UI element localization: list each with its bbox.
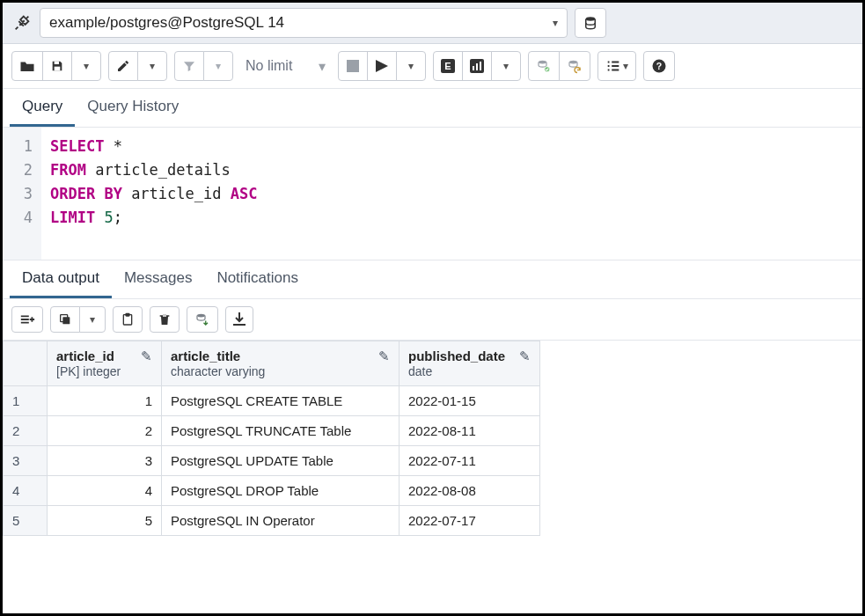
svg-point-12 bbox=[569, 61, 577, 64]
svg-rect-3 bbox=[347, 60, 359, 72]
table-row[interactable]: 44PostgreSQL DROP Table2022-08-08 bbox=[4, 476, 540, 506]
cell-article-title[interactable]: PostgreSQL DROP Table bbox=[162, 476, 400, 506]
download-button[interactable] bbox=[225, 306, 253, 333]
paste-button[interactable] bbox=[113, 306, 143, 333]
svg-point-19 bbox=[197, 314, 205, 318]
cell-published-date[interactable]: 2022-08-08 bbox=[400, 476, 540, 506]
save-button[interactable] bbox=[42, 51, 72, 81]
limit-select[interactable]: No limit ▾ bbox=[240, 58, 331, 75]
svg-rect-1 bbox=[55, 62, 59, 64]
cell-article-title[interactable]: PostgreSQL TRUNCATE Table bbox=[162, 416, 400, 446]
col-header-article-id[interactable]: article_id ✎ [PK] integer bbox=[48, 341, 162, 386]
result-table: article_id ✎ [PK] integer article_title … bbox=[3, 341, 540, 536]
pencil-icon[interactable]: ✎ bbox=[519, 348, 531, 364]
tab-messages[interactable]: Messages bbox=[112, 260, 204, 298]
edit-dropdown-button[interactable]: ▾ bbox=[137, 51, 167, 81]
connection-bar: example/postgres@PostgreSQL 14 ▾ bbox=[3, 3, 862, 44]
new-connection-button[interactable] bbox=[575, 8, 606, 38]
svg-text:?: ? bbox=[656, 61, 662, 71]
chevron-down-icon: ▾ bbox=[553, 17, 558, 29]
save-dropdown-button[interactable]: ▾ bbox=[71, 51, 101, 81]
table-row[interactable]: 55PostgreSQL IN Operator2022-07-17 bbox=[4, 506, 540, 536]
svg-point-0 bbox=[586, 17, 596, 21]
svg-rect-9 bbox=[480, 62, 481, 70]
row-number: 1 bbox=[4, 386, 48, 416]
cell-article-title[interactable]: PostgreSQL UPDATE Table bbox=[162, 446, 400, 476]
execute-button[interactable] bbox=[367, 51, 397, 81]
tab-notifications[interactable]: Notifications bbox=[204, 260, 311, 298]
cell-article-id[interactable]: 2 bbox=[48, 416, 162, 446]
open-file-button[interactable] bbox=[11, 51, 43, 81]
col-header-published-date[interactable]: published_date ✎ date bbox=[400, 341, 540, 386]
explain-button[interactable]: E bbox=[433, 51, 463, 81]
plug-icon bbox=[11, 12, 33, 33]
svg-rect-2 bbox=[55, 67, 61, 71]
filter-dropdown-button[interactable]: ▾ bbox=[203, 51, 233, 81]
table-row[interactable]: 33PostgreSQL UPDATE Table2022-07-11 bbox=[4, 446, 540, 476]
cell-article-id[interactable]: 3 bbox=[48, 446, 162, 476]
table-row[interactable]: 22PostgreSQL TRUNCATE Table2022-08-11 bbox=[4, 416, 540, 446]
cell-article-title[interactable]: PostgreSQL CREATE TABLE bbox=[162, 386, 400, 416]
copy-dropdown-button[interactable]: ▾ bbox=[79, 306, 106, 333]
svg-rect-20 bbox=[233, 324, 246, 326]
limit-label: No limit bbox=[246, 58, 292, 74]
connection-label: example/postgres@PostgreSQL 14 bbox=[49, 14, 284, 32]
cell-article-title[interactable]: PostgreSQL IN Operator bbox=[162, 506, 400, 536]
svg-rect-15 bbox=[62, 317, 70, 324]
edit-button[interactable] bbox=[108, 51, 138, 81]
explain-dropdown-button[interactable]: ▾ bbox=[491, 51, 521, 81]
rollback-button[interactable] bbox=[559, 51, 590, 81]
cell-article-id[interactable]: 5 bbox=[48, 506, 162, 536]
stop-button[interactable] bbox=[338, 51, 368, 81]
tab-data-output[interactable]: Data output bbox=[10, 260, 112, 298]
table-row[interactable]: 11PostgreSQL CREATE TABLE2022-01-15 bbox=[4, 386, 540, 416]
col-header-article-title[interactable]: article_title ✎ character varying bbox=[162, 341, 400, 386]
add-row-button[interactable] bbox=[11, 306, 43, 333]
result-tabs: Data output Messages Notifications bbox=[3, 260, 862, 299]
pencil-icon[interactable]: ✎ bbox=[378, 348, 390, 364]
delete-button[interactable] bbox=[150, 306, 180, 333]
macros-button[interactable]: ▾ bbox=[597, 51, 636, 81]
explain-analyze-button[interactable] bbox=[462, 51, 492, 81]
result-toolbar: ▾ bbox=[3, 299, 862, 341]
tab-query-history[interactable]: Query History bbox=[75, 89, 191, 127]
row-number: 2 bbox=[4, 416, 48, 446]
help-button[interactable]: ? bbox=[643, 51, 675, 81]
svg-text:E: E bbox=[445, 61, 451, 71]
cell-published-date[interactable]: 2022-01-15 bbox=[400, 386, 540, 416]
cell-published-date[interactable]: 2022-07-17 bbox=[400, 506, 540, 536]
commit-button[interactable] bbox=[528, 51, 560, 81]
svg-rect-8 bbox=[476, 63, 478, 70]
cell-article-id[interactable]: 1 bbox=[48, 386, 162, 416]
caret-down-icon: ▾ bbox=[319, 58, 326, 75]
tab-query[interactable]: Query bbox=[10, 89, 75, 127]
row-number: 4 bbox=[4, 476, 48, 506]
connection-select[interactable]: example/postgres@PostgreSQL 14 ▾ bbox=[40, 8, 568, 38]
row-number: 5 bbox=[4, 506, 48, 536]
svg-rect-7 bbox=[473, 66, 474, 70]
row-number: 3 bbox=[4, 446, 48, 476]
sql-code[interactable]: SELECT * FROM article_details ORDER BY a… bbox=[41, 128, 266, 260]
copy-button[interactable] bbox=[50, 306, 80, 333]
line-gutter: 1 2 3 4 bbox=[3, 128, 41, 260]
save-data-button[interactable] bbox=[187, 306, 218, 333]
cell-article-id[interactable]: 4 bbox=[48, 476, 162, 506]
execute-dropdown-button[interactable]: ▾ bbox=[396, 51, 426, 81]
pencil-icon[interactable]: ✎ bbox=[141, 348, 152, 364]
svg-rect-18 bbox=[126, 313, 129, 316]
filter-button[interactable] bbox=[174, 51, 204, 81]
sql-editor[interactable]: 1 2 3 4 SELECT * FROM article_details OR… bbox=[3, 128, 862, 260]
row-header-blank bbox=[4, 341, 48, 386]
query-tabs: Query Query History bbox=[3, 89, 862, 128]
svg-point-10 bbox=[539, 61, 546, 64]
cell-published-date[interactable]: 2022-08-11 bbox=[400, 416, 540, 446]
cell-published-date[interactable]: 2022-07-11 bbox=[400, 446, 540, 476]
main-toolbar: ▾ ▾ ▾ No limit ▾ ▾ E ▾ bbox=[3, 44, 862, 89]
